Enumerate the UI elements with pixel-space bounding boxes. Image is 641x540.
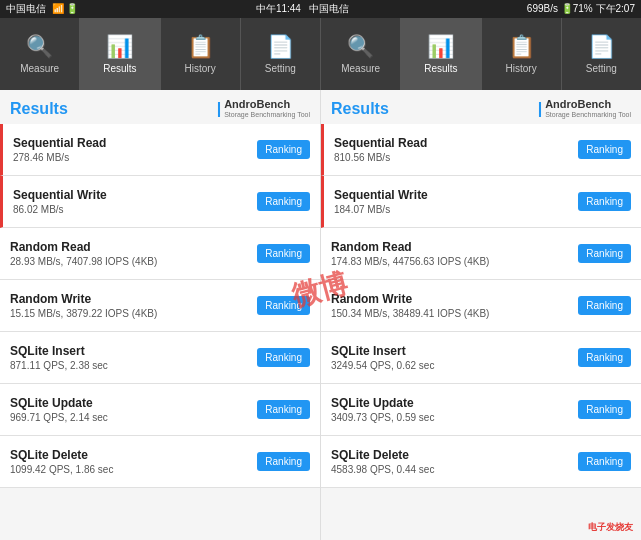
result-info-right-2: Random Read174.83 MB/s, 44756.63 IOPS (4… xyxy=(331,240,572,267)
panel-left: Results | AndroBench Storage Benchmarkin… xyxy=(0,90,321,540)
setting-icon-right: 📄 xyxy=(588,34,615,60)
result-row-left-0: Sequential Read278.46 MB/sRanking xyxy=(0,124,320,176)
nav-history-left[interactable]: 📋 History xyxy=(161,18,241,90)
result-name-left-4: SQLite Insert xyxy=(10,344,251,358)
nav-history-label-right: History xyxy=(506,63,537,74)
results-icon-left: 📊 xyxy=(106,34,133,60)
result-info-right-1: Sequential Write184.07 MB/s xyxy=(334,188,572,215)
status-left: 中国电信 📶 🔋 xyxy=(6,2,78,16)
result-row-right-2: Random Read174.83 MB/s, 44756.63 IOPS (4… xyxy=(321,228,641,280)
main-content: Results | AndroBench Storage Benchmarkin… xyxy=(0,90,641,540)
result-info-right-3: Random Write150.34 MB/s, 38489.41 IOPS (… xyxy=(331,292,572,319)
result-value-left-1: 86.02 MB/s xyxy=(13,204,251,215)
ranking-btn-left-5[interactable]: Ranking xyxy=(257,400,310,419)
status-right: 699B/s 🔋71% 下午2:07 xyxy=(527,2,635,16)
ranking-btn-left-2[interactable]: Ranking xyxy=(257,244,310,263)
nav-panel-left: 🔍 Measure 📊 Results 📋 History 📄 Setting xyxy=(0,18,320,90)
result-row-right-3: Random Write150.34 MB/s, 38489.41 IOPS (… xyxy=(321,280,641,332)
ranking-btn-right-1[interactable]: Ranking xyxy=(578,192,631,211)
logo-name: AndroBench xyxy=(545,98,631,111)
nav-setting-right[interactable]: 📄 Setting xyxy=(562,18,641,90)
result-row-left-6: SQLite Delete1099.42 QPS, 1.86 secRankin… xyxy=(0,436,320,488)
ranking-btn-left-6[interactable]: Ranking xyxy=(257,452,310,471)
result-info-left-1: Sequential Write86.02 MB/s xyxy=(13,188,251,215)
result-value-right-3: 150.34 MB/s, 38489.41 IOPS (4KB) xyxy=(331,308,572,319)
result-value-right-0: 810.56 MB/s xyxy=(334,152,572,163)
measure-icon-right: 🔍 xyxy=(347,34,374,60)
result-value-left-2: 28.93 MB/s, 7407.98 IOPS (4KB) xyxy=(10,256,251,267)
result-name-right-6: SQLite Delete xyxy=(331,448,572,462)
nav-results-label-left: Results xyxy=(103,63,136,74)
result-row-left-3: Random Write15.15 MB/s, 3879.22 IOPS (4K… xyxy=(0,280,320,332)
logo-name: AndroBench xyxy=(224,98,310,111)
panel-right: Results | AndroBench Storage Benchmarkin… xyxy=(321,90,641,540)
result-row-left-2: Random Read28.93 MB/s, 7407.98 IOPS (4KB… xyxy=(0,228,320,280)
ranking-btn-left-1[interactable]: Ranking xyxy=(257,192,310,211)
results-header-right: Results | AndroBench Storage Benchmarkin… xyxy=(321,90,641,124)
nav-results-right[interactable]: 📊 Results xyxy=(401,18,481,90)
nav-results-left[interactable]: 📊 Results xyxy=(80,18,160,90)
nav-bar: 🔍 Measure 📊 Results 📋 History 📄 Setting … xyxy=(0,18,641,90)
result-info-left-2: Random Read28.93 MB/s, 7407.98 IOPS (4KB… xyxy=(10,240,251,267)
result-name-right-1: Sequential Write xyxy=(334,188,572,202)
nav-measure-label-left: Measure xyxy=(20,63,59,74)
result-name-left-0: Sequential Read xyxy=(13,136,251,150)
ranking-btn-left-4[interactable]: Ranking xyxy=(257,348,310,367)
logo-left: | AndroBench Storage Benchmarking Tool xyxy=(217,98,310,120)
result-name-right-5: SQLite Update xyxy=(331,396,572,410)
result-info-left-4: SQLite Insert871.11 QPS, 2.38 sec xyxy=(10,344,251,371)
nav-measure-left[interactable]: 🔍 Measure xyxy=(0,18,80,90)
logo-sub: Storage Benchmarking Tool xyxy=(224,111,310,119)
result-info-right-5: SQLite Update3409.73 QPS, 0.59 sec xyxy=(331,396,572,423)
nav-measure-right[interactable]: 🔍 Measure xyxy=(321,18,401,90)
nav-history-right[interactable]: 📋 History xyxy=(482,18,562,90)
result-info-right-4: SQLite Insert3249.54 QPS, 0.62 sec xyxy=(331,344,572,371)
logo-text: AndroBench Storage Benchmarking Tool xyxy=(224,98,310,120)
history-icon-left: 📋 xyxy=(187,34,214,60)
nav-results-label-right: Results xyxy=(424,63,457,74)
result-name-right-3: Random Write xyxy=(331,292,572,306)
logo-pipe: | xyxy=(538,100,542,118)
result-name-right-0: Sequential Read xyxy=(334,136,572,150)
ranking-btn-right-0[interactable]: Ranking xyxy=(578,140,631,159)
result-value-left-5: 969.71 QPS, 2.14 sec xyxy=(10,412,251,423)
nav-setting-label-right: Setting xyxy=(586,63,617,74)
result-row-left-5: SQLite Update969.71 QPS, 2.14 secRanking xyxy=(0,384,320,436)
result-info-left-0: Sequential Read278.46 MB/s xyxy=(13,136,251,163)
result-value-right-4: 3249.54 QPS, 0.62 sec xyxy=(331,360,572,371)
result-name-right-2: Random Read xyxy=(331,240,572,254)
logo-pipe: | xyxy=(217,100,221,118)
nav-measure-label-right: Measure xyxy=(341,63,380,74)
logo-sub: Storage Benchmarking Tool xyxy=(545,111,631,119)
result-value-right-6: 4583.98 QPS, 0.44 sec xyxy=(331,464,572,475)
result-row-right-6: SQLite Delete4583.98 QPS, 0.44 secRankin… xyxy=(321,436,641,488)
result-row-right-5: SQLite Update3409.73 QPS, 0.59 secRankin… xyxy=(321,384,641,436)
ranking-btn-right-3[interactable]: Ranking xyxy=(578,296,631,315)
nav-setting-label-left: Setting xyxy=(265,63,296,74)
nav-history-label-left: History xyxy=(185,63,216,74)
results-header-left: Results | AndroBench Storage Benchmarkin… xyxy=(0,90,320,124)
ranking-btn-left-0[interactable]: Ranking xyxy=(257,140,310,159)
logo-right: | AndroBench Storage Benchmarking Tool xyxy=(538,98,631,120)
result-row-right-0: Sequential Read810.56 MB/sRanking xyxy=(321,124,641,176)
ranking-btn-right-5[interactable]: Ranking xyxy=(578,400,631,419)
setting-icon-left: 📄 xyxy=(267,34,294,60)
result-name-left-6: SQLite Delete xyxy=(10,448,251,462)
result-info-left-3: Random Write15.15 MB/s, 3879.22 IOPS (4K… xyxy=(10,292,251,319)
nav-setting-left[interactable]: 📄 Setting xyxy=(241,18,320,90)
ranking-btn-right-6[interactable]: Ranking xyxy=(578,452,631,471)
result-value-right-1: 184.07 MB/s xyxy=(334,204,572,215)
ranking-btn-left-3[interactable]: Ranking xyxy=(257,296,310,315)
result-name-left-2: Random Read xyxy=(10,240,251,254)
history-icon-right: 📋 xyxy=(508,34,535,60)
result-info-left-5: SQLite Update969.71 QPS, 2.14 sec xyxy=(10,396,251,423)
result-row-left-1: Sequential Write86.02 MB/sRanking xyxy=(0,176,320,228)
nav-panel-right: 🔍 Measure 📊 Results 📋 History 📄 Setting xyxy=(321,18,641,90)
result-value-left-6: 1099.42 QPS, 1.86 sec xyxy=(10,464,251,475)
ranking-btn-right-4[interactable]: Ranking xyxy=(578,348,631,367)
result-row-left-4: SQLite Insert871.11 QPS, 2.38 secRanking xyxy=(0,332,320,384)
measure-icon-left: 🔍 xyxy=(26,34,53,60)
results-icon-right: 📊 xyxy=(427,34,454,60)
ranking-btn-right-2[interactable]: Ranking xyxy=(578,244,631,263)
result-name-left-3: Random Write xyxy=(10,292,251,306)
